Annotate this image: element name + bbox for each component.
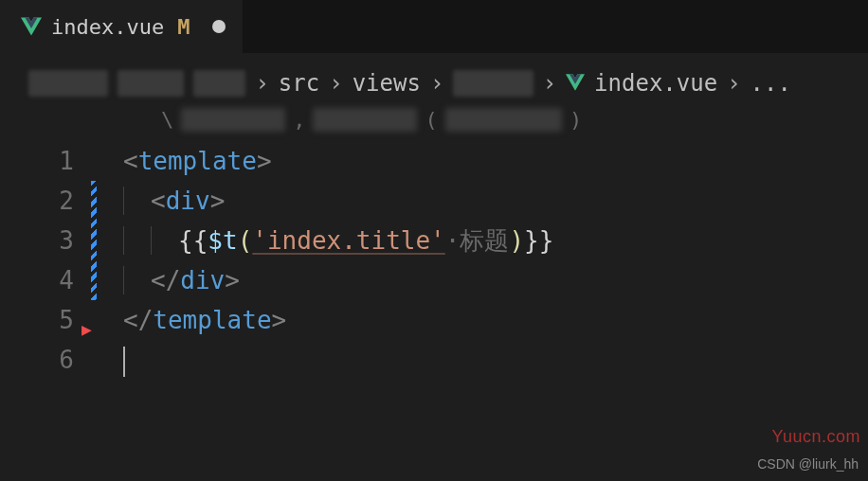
line-number-gutter: 1 2 3 4 5 6 bbox=[0, 141, 91, 380]
code-line: <div> bbox=[123, 181, 553, 221]
vue-file-icon bbox=[566, 70, 585, 97]
vue-file-icon bbox=[21, 17, 42, 36]
breadcrumb-obscured: pa··· bbox=[28, 70, 108, 97]
line-number: 2 bbox=[0, 181, 74, 221]
line-number: 6 bbox=[0, 340, 74, 380]
code-area[interactable]: <template> <div> {{$t('index.title'·标题)}… bbox=[100, 141, 553, 380]
obscured-code-line: \··,·····, ····· ··( ····· ···) bbox=[0, 104, 868, 141]
tab-dirty-dot[interactable] bbox=[212, 20, 226, 33]
text-cursor bbox=[123, 347, 125, 377]
chevron-right-icon: › bbox=[543, 70, 556, 97]
code-editor[interactable]: 1 2 3 4 5 6 ▶ <template> <div> {{$t('ind… bbox=[0, 141, 868, 380]
code-line: </div> bbox=[123, 260, 553, 300]
fold-arrow-icon[interactable]: ▶ bbox=[81, 310, 92, 349]
tab-modified-indicator: M bbox=[177, 15, 190, 39]
line-number: 1 bbox=[0, 141, 74, 181]
chevron-right-icon: › bbox=[727, 70, 740, 97]
code-line: </template> bbox=[123, 300, 553, 340]
breadcrumb[interactable]: pa··· ·· · ··l › src › views › l···. › i… bbox=[0, 53, 868, 104]
breadcrumb-obscured: ··l bbox=[193, 70, 245, 97]
credit-text: CSDN @liurk_hh bbox=[757, 456, 859, 472]
tab-bar: index.vue M bbox=[0, 0, 868, 53]
chevron-right-icon: › bbox=[430, 70, 443, 97]
chevron-right-icon: › bbox=[329, 70, 342, 97]
line-number: 5 bbox=[0, 300, 74, 340]
git-modified-indicator[interactable] bbox=[91, 181, 97, 300]
tab-filename: index.vue bbox=[51, 15, 164, 39]
breadcrumb-part[interactable]: index.vue bbox=[594, 70, 717, 97]
breadcrumb-part[interactable]: src bbox=[279, 70, 319, 97]
code-line bbox=[123, 340, 553, 380]
breadcrumb-obscured: ·· · bbox=[118, 70, 184, 97]
line-number: 3 bbox=[0, 221, 74, 260]
breadcrumb-part[interactable]: views bbox=[353, 70, 421, 97]
breadcrumb-trailing[interactable]: ... bbox=[750, 70, 791, 97]
watermark: Yuucn.com bbox=[771, 427, 860, 447]
chevron-right-icon: › bbox=[255, 70, 268, 97]
breadcrumb-obscured: l···. bbox=[453, 70, 533, 97]
editor-tab[interactable]: index.vue M bbox=[0, 0, 244, 53]
line-number: 4 bbox=[0, 260, 74, 300]
code-line: <template> bbox=[123, 141, 553, 181]
code-line: {{$t('index.title'·标题)}} bbox=[123, 221, 553, 260]
git-gutter: ▶ bbox=[91, 141, 100, 380]
